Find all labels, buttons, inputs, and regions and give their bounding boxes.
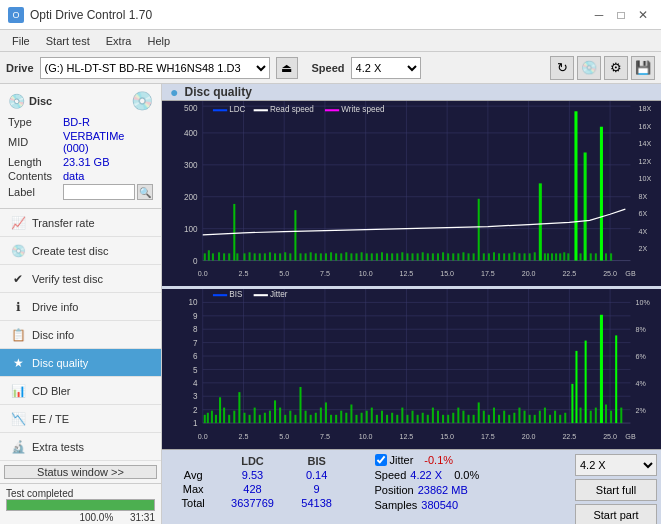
svg-rect-248 xyxy=(534,415,536,423)
pos-val: 23862 MB xyxy=(418,484,468,496)
svg-rect-48 xyxy=(218,252,220,260)
svg-rect-68 xyxy=(320,253,322,260)
svg-rect-113 xyxy=(547,253,549,260)
disc-label-input[interactable] xyxy=(63,184,135,200)
svg-rect-67 xyxy=(315,253,317,260)
svg-text:17.5: 17.5 xyxy=(481,433,495,441)
svg-text:8X: 8X xyxy=(639,193,648,201)
menu-start-test[interactable]: Start test xyxy=(38,33,98,49)
svg-rect-247 xyxy=(529,415,531,423)
nav-disc-info[interactable]: 📋 Disc info xyxy=(0,321,161,349)
nav-cd-bler[interactable]: 📊 CD Bler xyxy=(0,377,161,405)
save-icon-btn[interactable]: 💾 xyxy=(631,56,655,80)
max-empty xyxy=(345,482,361,496)
status-text: Test completed xyxy=(6,488,155,499)
maximize-button[interactable]: □ xyxy=(611,6,631,24)
svg-rect-47 xyxy=(212,253,214,260)
svg-rect-122 xyxy=(590,253,592,260)
nav-disc-quality-label: Disc quality xyxy=(32,357,88,369)
svg-rect-197 xyxy=(274,401,276,424)
svg-rect-53 xyxy=(243,253,245,260)
svg-rect-117 xyxy=(563,252,565,260)
nav-extra-tests[interactable]: 🔬 Extra tests xyxy=(0,433,161,461)
svg-rect-104 xyxy=(503,253,505,260)
disc-mid-row: MID VERBATIMe (000) xyxy=(8,130,153,154)
top-chart-svg: 0 100 200 300 400 500 18X 16X 14X 12X 10… xyxy=(162,101,661,286)
svg-rect-50 xyxy=(228,253,230,260)
svg-rect-193 xyxy=(254,408,256,423)
content-area: ● Disc quality xyxy=(162,84,661,524)
menu-file[interactable]: File xyxy=(4,33,38,49)
svg-rect-182 xyxy=(204,415,206,423)
disc-icon-btn[interactable]: 💿 xyxy=(577,56,601,80)
svg-text:12X: 12X xyxy=(639,158,652,166)
svg-text:10X: 10X xyxy=(639,175,652,183)
svg-text:22.5: 22.5 xyxy=(562,270,576,278)
eject-button[interactable]: ⏏ xyxy=(276,57,298,79)
nav-disc-info-label: Disc info xyxy=(32,329,74,341)
drive-select[interactable]: (G:) HL-DT-ST BD-RE WH16NS48 1.D3 xyxy=(40,57,270,79)
svg-rect-232 xyxy=(452,413,454,423)
settings-icon-btn[interactable]: ⚙ xyxy=(604,56,628,80)
speed-select-2[interactable]: 4.2 X xyxy=(575,454,657,476)
max-bis: 9 xyxy=(289,482,345,496)
svg-rect-236 xyxy=(473,415,475,423)
svg-rect-77 xyxy=(366,253,368,260)
status-window-button[interactable]: Status window >> xyxy=(4,465,157,479)
svg-rect-85 xyxy=(406,253,408,260)
start-full-button[interactable]: Start full xyxy=(575,479,657,501)
svg-rect-73 xyxy=(345,252,347,260)
extra-tests-icon: 🔬 xyxy=(10,439,26,455)
svg-rect-188 xyxy=(228,415,230,423)
speed-select[interactable]: 4.2 X xyxy=(351,57,421,79)
svg-rect-101 xyxy=(488,253,490,260)
svg-rect-199 xyxy=(284,415,286,423)
svg-rect-253 xyxy=(559,415,561,423)
svg-rect-124 xyxy=(600,127,603,261)
svg-rect-250 xyxy=(544,408,546,423)
nav-drive-info[interactable]: ℹ Drive info xyxy=(0,293,161,321)
close-button[interactable]: ✕ xyxy=(633,6,653,24)
minimize-button[interactable]: ─ xyxy=(589,6,609,24)
svg-rect-224 xyxy=(412,411,414,423)
progress-bar-inner xyxy=(7,500,154,510)
svg-rect-60 xyxy=(279,253,281,260)
drivebar: Drive (G:) HL-DT-ST BD-RE WH16NS48 1.D3 … xyxy=(0,52,661,84)
contents-value: data xyxy=(63,170,84,182)
nav-fe-te[interactable]: 📉 FE / TE xyxy=(0,405,161,433)
disc-label-icon-btn[interactable]: 🔍 xyxy=(137,184,153,200)
svg-rect-238 xyxy=(483,411,485,423)
disc-image-icon: 💿 xyxy=(131,90,153,112)
svg-rect-119 xyxy=(574,111,577,260)
nav-create-test-disc[interactable]: 💿 Create test disc xyxy=(0,237,161,265)
jitter-checkbox[interactable] xyxy=(375,454,387,466)
nav-disc-quality[interactable]: ★ Disc quality xyxy=(0,349,161,377)
sidebar: 💿 Disc 💿 Type BD-R MID VERBATIMe (000) L… xyxy=(0,84,162,524)
svg-rect-258 xyxy=(585,341,587,424)
svg-rect-93 xyxy=(447,253,449,260)
speed-btn-area: 4.2 X Start full Start part xyxy=(571,450,661,524)
svg-rect-204 xyxy=(310,415,312,423)
menu-help[interactable]: Help xyxy=(139,33,178,49)
svg-rect-115 xyxy=(555,253,557,260)
nav-transfer-rate[interactable]: 📈 Transfer rate xyxy=(0,209,161,237)
avg-bis: 0.14 xyxy=(289,468,345,482)
speed-info-label: Speed xyxy=(375,469,407,481)
svg-text:6%: 6% xyxy=(636,353,647,361)
svg-text:2.5: 2.5 xyxy=(239,433,249,441)
svg-rect-125 xyxy=(605,253,607,260)
svg-rect-90 xyxy=(432,253,434,260)
nav-verify-test-disc[interactable]: ✔ Verify test disc xyxy=(0,265,161,293)
svg-rect-76 xyxy=(361,252,363,260)
length-label: Length xyxy=(8,156,63,168)
nav-drive-info-label: Drive info xyxy=(32,301,78,313)
col-header-space xyxy=(345,454,361,468)
svg-text:5.0: 5.0 xyxy=(279,433,289,441)
svg-rect-183 xyxy=(207,413,209,423)
total-empty xyxy=(345,496,361,510)
svg-text:BIS: BIS xyxy=(229,291,243,300)
svg-rect-198 xyxy=(279,408,281,423)
start-part-button[interactable]: Start part xyxy=(575,504,657,524)
refresh-icon-btn[interactable]: ↻ xyxy=(550,56,574,80)
menu-extra[interactable]: Extra xyxy=(98,33,140,49)
